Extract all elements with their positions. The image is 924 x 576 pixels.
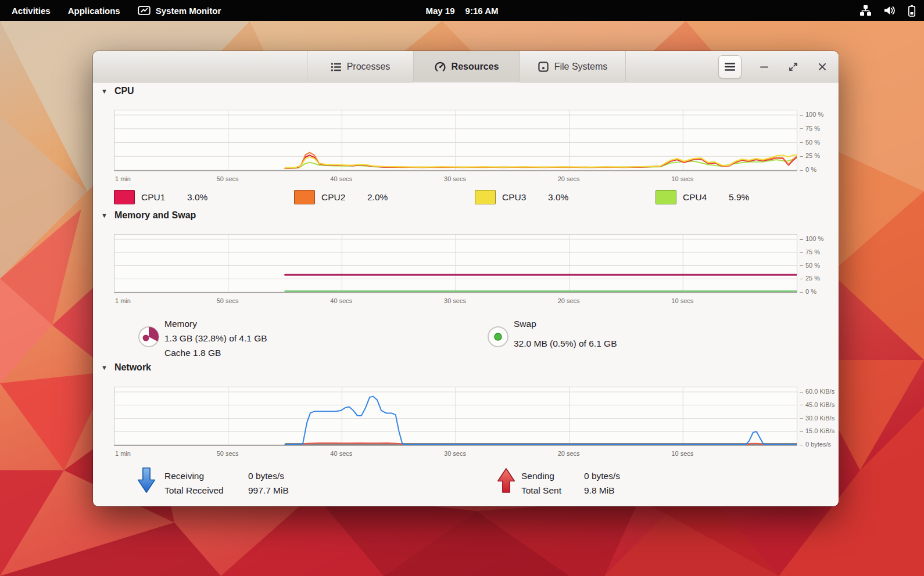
hamburger-icon [725,63,735,71]
sending-label: Sending [521,469,584,483]
swap-label: Swap [514,316,617,331]
x-axis-label: 40 secs [330,450,352,457]
cpu1-color-swatch [114,190,135,204]
activities-button[interactable]: Activities [5,3,58,18]
app-title-label: System Monitor [156,6,221,16]
cpu-collapse-arrow[interactable]: ▼ [101,88,108,95]
menu-button[interactable] [718,55,742,78]
system-monitor-window: Processes Resources File Systems [93,51,839,506]
focused-app-menu[interactable]: System Monitor [131,3,228,18]
y-axis-label: 100 % [800,235,823,242]
cpu4-label: CPU4 [683,192,729,203]
time-label: 9:16 AM [465,6,499,16]
total-sent-value: 9.8 MiB [584,483,620,498]
total-sent-label: Total Sent [521,483,584,498]
y-axis-label: 50 % [800,262,820,269]
cpu3-value: 3.0% [548,192,568,203]
volume-icon [883,5,896,16]
process-list-icon [331,62,341,72]
maximize-button[interactable] [783,57,803,77]
y-axis-label: 25 % [800,275,820,282]
y-axis-label: 50 % [800,139,820,146]
x-axis-label: 30 secs [444,297,466,304]
net-chart-canvas [114,387,797,445]
total-received-value: 997.7 MiB [248,483,289,498]
cpu-y-axis: 100 %75 %50 %25 %0 % [798,110,839,171]
desktop: Activities Applications System Monitor M… [0,0,924,576]
memory-section-title: Memory and Swap [114,210,196,221]
speedometer-icon [435,62,446,73]
x-axis-label: 40 secs [330,297,352,304]
maximize-icon [788,62,798,72]
y-axis-label: 75 % [800,249,820,255]
x-axis-label: 40 secs [330,175,352,182]
minimize-icon [760,62,769,71]
y-axis-label: 0 bytes/s [800,441,831,448]
cpu4-legend-item: CPU4 5.9% [656,190,749,204]
memory-y-axis: 100 %75 %50 %25 %0 % [798,234,839,293]
memory-pie-icon [137,325,160,348]
clock-button[interactable]: May 19 9:16 AM [418,3,505,18]
x-axis-label: 1 min [115,175,131,182]
y-axis-label: 100 % [800,111,823,118]
sending-value: 0 bytes/s [584,469,620,483]
tab-resources[interactable]: Resources [413,51,520,82]
x-axis-label: 10 secs [671,450,693,457]
header-bar[interactable]: Processes Resources File Systems [93,51,839,82]
applications-button[interactable]: Applications [61,3,127,18]
y-axis-label: 30.0 KiB/s [800,415,835,422]
cpu3-legend-item: CPU3 3.0% [475,190,568,204]
cpu3-color-swatch [475,190,496,204]
x-axis-label: 10 secs [671,297,693,304]
net-series-receiving [285,397,797,445]
total-received-label: Total Received [164,483,248,498]
network-collapse-arrow[interactable]: ▼ [101,364,108,371]
sending-arrow-icon [496,467,517,494]
swap-readout: Swap 32.0 MB (0.5%) of 6.1 GB [514,316,617,351]
cpu2-value: 2.0% [367,192,388,203]
y-axis-label: 60.0 KiB/s [800,388,835,395]
y-axis-label: 25 % [800,152,820,159]
tab-file-systems[interactable]: File Systems [520,51,626,82]
y-axis-label: 45.0 KiB/s [800,401,835,408]
status-area[interactable] [859,0,916,21]
memory-chart [114,234,797,293]
y-axis-label: 15.0 KiB/s [800,427,835,434]
memory-x-axis: 1 min50 secs40 secs30 secs20 secs10 secs [114,297,797,305]
cpu2-color-swatch [294,190,315,204]
network-x-axis: 1 min50 secs40 secs30 secs20 secs10 secs [114,450,797,458]
x-axis-label: 20 secs [558,450,580,457]
date-label: May 19 [425,6,454,16]
network-chart [114,387,797,446]
tab-processes[interactable]: Processes [307,51,413,82]
cpu-legend: CPU1 3.0% CPU2 2.0% CPU3 3.0% CPU4 5.9% [114,190,797,206]
close-icon [818,62,827,71]
cpu-chart-canvas [114,110,797,170]
x-axis-label: 20 secs [558,175,580,182]
y-axis-label: 0 % [800,166,816,173]
disk-icon [538,62,549,72]
cpu2-legend-item: CPU2 2.0% [294,190,388,204]
cpu-section-title: CPU [114,86,134,96]
cpu4-color-swatch [656,190,676,204]
tab-label: Processes [347,62,391,72]
close-button[interactable] [812,57,832,77]
swap-usage-value: 32.0 MB (0.5%) of 6.1 GB [514,336,617,351]
memory-readout: Memory 1.3 GB (32.8%) of 4.1 GB Cache 1.… [164,316,267,360]
memory-label: Memory [164,316,267,331]
x-axis-label: 30 secs [444,450,466,457]
memory-collapse-arrow[interactable]: ▼ [101,212,108,219]
swap-pie-icon [486,325,510,348]
cpu3-label: CPU3 [502,192,548,203]
cpu-x-axis: 1 min50 secs40 secs30 secs20 secs10 secs [114,175,797,183]
minimize-button[interactable] [754,57,774,77]
cpu4-value: 5.9% [729,192,749,203]
x-axis-label: 1 min [115,450,131,457]
x-axis-label: 50 secs [217,175,239,182]
battery-icon [908,5,916,17]
network-wired-icon [859,5,872,16]
receiving-label: Receiving [164,469,248,483]
x-axis-label: 50 secs [217,450,239,457]
memory-cache-value: Cache 1.8 GB [164,345,267,360]
receiving-value: 0 bytes/s [248,469,289,483]
